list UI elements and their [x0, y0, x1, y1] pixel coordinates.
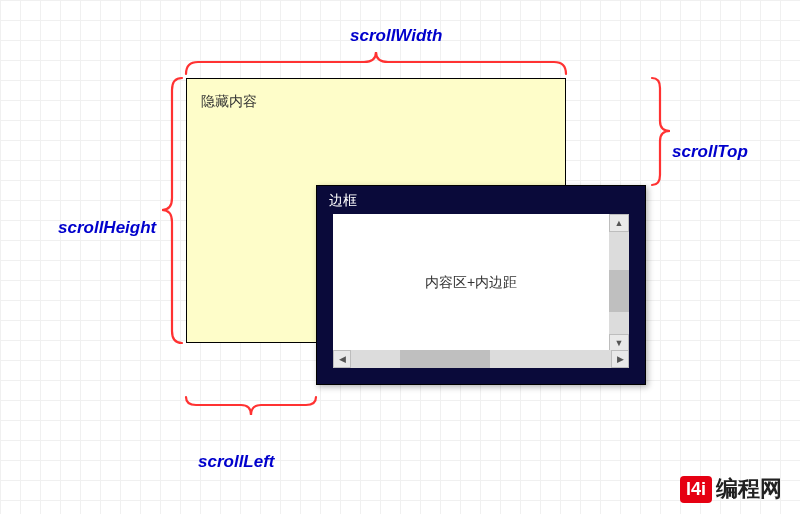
scroll-up-button[interactable]: ▲	[609, 214, 629, 232]
scroll-right-button[interactable]: ▶	[611, 350, 629, 368]
vertical-scrollbar[interactable]: ▲ ▼	[609, 214, 629, 352]
scroll-left-button[interactable]: ◀	[333, 350, 351, 368]
site-logo: l4i 编程网	[680, 474, 782, 504]
border-box: 边框 内容区+内边距 ▲ ▼ ◀ ▶	[316, 185, 646, 385]
scrollheight-label: scrollHeight	[58, 218, 156, 238]
scrollleft-label: scrollLeft	[198, 452, 275, 472]
vertical-scroll-thumb[interactable]	[609, 270, 629, 312]
logo-text: 编程网	[716, 474, 782, 504]
content-area-label: 内容区+内边距	[425, 274, 517, 292]
hidden-content-label: 隐藏内容	[201, 93, 257, 111]
content-area: 内容区+内边距	[333, 214, 609, 352]
logo-badge: l4i	[680, 476, 712, 503]
scrollwidth-label: scrollWidth	[350, 26, 442, 46]
scrolltop-bracket	[652, 78, 670, 185]
horizontal-scrollbar[interactable]: ◀ ▶	[333, 350, 629, 368]
scrollheight-bracket	[162, 78, 182, 343]
horizontal-scroll-thumb[interactable]	[400, 350, 490, 368]
border-box-label: 边框	[329, 192, 357, 210]
scrollleft-bracket	[186, 397, 316, 415]
scrolltop-label: scrollTop	[672, 142, 748, 162]
scrollwidth-bracket	[186, 52, 566, 74]
